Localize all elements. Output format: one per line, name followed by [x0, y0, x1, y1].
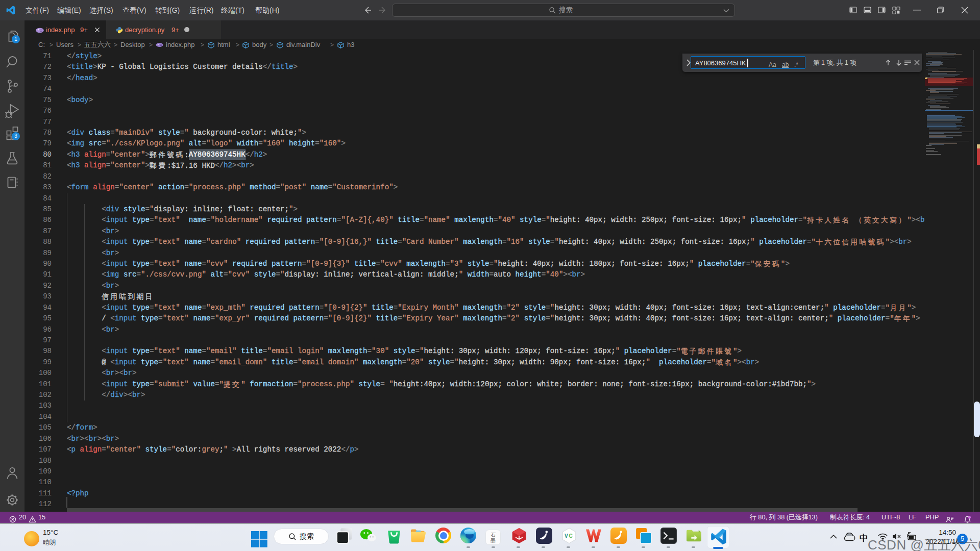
svg-text:V: V: [565, 533, 568, 539]
svg-text:C: C: [569, 533, 573, 539]
